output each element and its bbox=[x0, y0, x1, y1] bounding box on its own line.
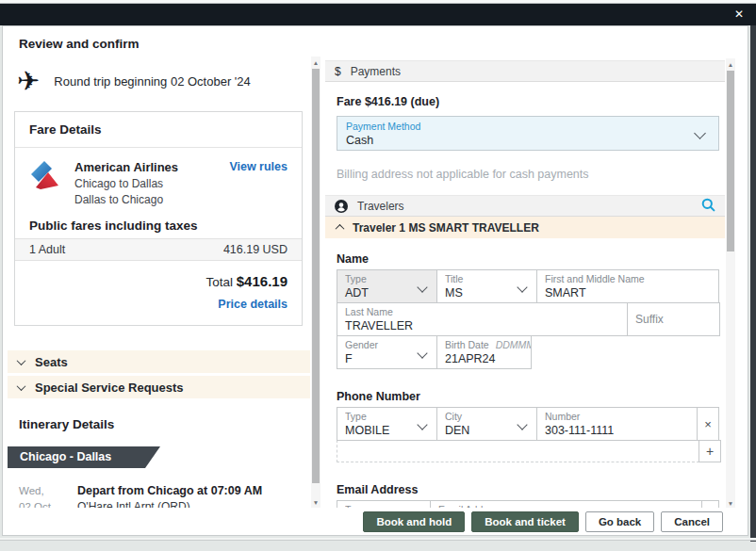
airline-info: American Airlines Chicago to Dallas Dall… bbox=[74, 160, 218, 206]
birth-date-format-hint: DDMMM... bbox=[496, 339, 531, 350]
dialog-body: Review and confirm ✈ Round trip beginnin… bbox=[2, 25, 748, 536]
dialog-footer: Book and hold Book and ticket Go back Ca… bbox=[3, 508, 748, 535]
person-icon bbox=[335, 200, 348, 213]
view-rules-link[interactable]: View rules bbox=[229, 160, 288, 173]
route-return: Dallas to Chicago bbox=[74, 193, 218, 206]
fare-due-text: Fare $416.19 (due) bbox=[337, 95, 725, 108]
phone-row: Type MOBILE City DEN Number 303-111-1111… bbox=[337, 407, 725, 441]
ssr-section-label: Special Service Requests bbox=[35, 381, 184, 395]
gender-select[interactable]: Gender F bbox=[337, 335, 437, 369]
payments-section-header: $ Payments bbox=[325, 60, 725, 82]
travelers-section-header: Travelers bbox=[325, 195, 725, 217]
phone-number-field[interactable]: Number 303-111-1111 bbox=[536, 407, 698, 441]
airline-name: American Airlines bbox=[74, 160, 218, 174]
chevron-down-icon bbox=[17, 356, 26, 365]
airline-row: American Airlines Chicago to Dallas Dall… bbox=[15, 148, 302, 206]
chevron-down-icon bbox=[17, 381, 26, 391]
add-phone-placeholder bbox=[337, 440, 699, 462]
airplane-icon: ✈ bbox=[17, 67, 40, 95]
go-back-button[interactable]: Go back bbox=[585, 511, 654, 532]
public-fares-heading: Public fares including taxes bbox=[29, 219, 288, 233]
payment-method-select[interactable]: Payment Method Cash bbox=[337, 116, 719, 151]
close-icon[interactable]: ✕ bbox=[734, 8, 744, 22]
leg-banner: Chicago - Dallas bbox=[8, 446, 160, 468]
segment-details: Depart from Chicago at 07:09 AM O'Hare I… bbox=[77, 483, 262, 509]
payments-header-label: Payments bbox=[351, 65, 401, 78]
itinerary-details-heading: Itinerary Details bbox=[19, 417, 310, 431]
book-and-ticket-button[interactable]: Book and ticket bbox=[471, 511, 579, 532]
dollar-icon: $ bbox=[335, 65, 341, 78]
scroll-down-icon[interactable]: ▼ bbox=[311, 497, 320, 508]
traveler-accordion-label: Traveler 1 MS SMART TRAVELLER bbox=[353, 221, 539, 235]
traveler-type-select[interactable]: Type ADT bbox=[337, 269, 437, 303]
fare-details-card: Fare Details bbox=[14, 111, 303, 326]
window-frame-right bbox=[750, 25, 756, 542]
dialog-titlebar: ✕ bbox=[0, 4, 756, 25]
phone-city-select[interactable]: City DEN bbox=[436, 407, 537, 441]
last-name-field[interactable]: Last Name TRAVELLER bbox=[337, 302, 628, 336]
chevron-up-icon bbox=[336, 224, 345, 234]
birth-date-field[interactable]: Birth DateDDMMM... 21APR24 bbox=[436, 335, 532, 369]
plus-icon: + bbox=[706, 444, 714, 459]
search-icon[interactable] bbox=[701, 198, 715, 215]
summary-pane: ✈ Round trip beginning 02 October '24 Fa… bbox=[8, 58, 310, 509]
billing-note: Billing address not applicable for cash … bbox=[337, 168, 725, 181]
right-pane-scrollbar[interactable]: ▲ ▼ bbox=[726, 58, 735, 510]
scrollbar-thumb[interactable] bbox=[312, 69, 320, 483]
fare-row-label: 1 Adult bbox=[29, 243, 65, 256]
total-row: Total $416.19 bbox=[15, 261, 302, 289]
total-label: Total bbox=[205, 275, 233, 289]
page-title: Review and confirm bbox=[19, 37, 140, 51]
scroll-up-icon[interactable]: ▲ bbox=[726, 59, 735, 70]
fare-row-amount: 416.19 USD bbox=[223, 243, 288, 256]
window-frame-bottom bbox=[0, 538, 756, 541]
scrollbar-thumb[interactable] bbox=[727, 71, 734, 251]
name-row-3: Gender F Birth DateDDMMM... 21APR24 bbox=[337, 335, 725, 369]
ssr-section-header[interactable]: Special Service Requests bbox=[8, 376, 310, 398]
name-row-2: Last Name TRAVELLER Suffix bbox=[337, 302, 725, 336]
add-phone-row: + bbox=[337, 440, 725, 462]
cancel-button[interactable]: Cancel bbox=[661, 511, 723, 532]
close-icon: × bbox=[704, 417, 712, 431]
seats-section-label: Seats bbox=[35, 355, 68, 369]
trip-summary-text: Round trip beginning 02 October '24 bbox=[54, 74, 250, 89]
add-phone-button[interactable]: + bbox=[698, 440, 721, 462]
payment-method-value: Cash bbox=[346, 134, 718, 147]
price-details-link[interactable]: Price details bbox=[15, 289, 302, 325]
phone-type-select[interactable]: Type MOBILE bbox=[337, 407, 437, 441]
payments-travelers-pane: $ Payments Fare $416.19 (due) Payment Me… bbox=[325, 58, 725, 510]
segment-date: Wed, 02 Oct bbox=[19, 483, 60, 509]
payment-method-label: Payment Method bbox=[346, 121, 718, 132]
traveler-accordion-header[interactable]: Traveler 1 MS SMART TRAVELLER bbox=[325, 217, 725, 238]
title-select[interactable]: Title MS bbox=[436, 269, 537, 303]
name-heading: Name bbox=[337, 252, 725, 266]
fare-details-title: Fare Details bbox=[15, 112, 302, 148]
segment-depart-title: Depart from Chicago at 07:09 AM bbox=[77, 483, 262, 499]
seats-section-header[interactable]: Seats bbox=[8, 350, 310, 373]
review-confirm-dialog: ✕ Review and confirm ✈ Round trip beginn… bbox=[0, 0, 756, 551]
american-airlines-logo-icon bbox=[29, 160, 63, 194]
book-and-hold-button[interactable]: Book and hold bbox=[363, 511, 465, 532]
route-outbound: Chicago to Dallas bbox=[74, 177, 218, 190]
scroll-up-icon[interactable]: ▲ bbox=[311, 57, 320, 68]
collapsible-sections: Seats Special Service Requests bbox=[8, 350, 310, 398]
name-row-1: Type ADT Title MS First and Middle Name … bbox=[337, 269, 725, 303]
suffix-field[interactable]: Suffix bbox=[627, 302, 720, 336]
phone-heading: Phone Number bbox=[337, 390, 725, 403]
left-pane-scrollbar[interactable]: ▲ ▼ bbox=[311, 57, 320, 509]
trip-summary-row: ✈ Round trip beginning 02 October '24 bbox=[17, 67, 310, 95]
remove-phone-button[interactable]: × bbox=[697, 407, 719, 441]
itinerary-segment-row: Wed, 02 Oct Depart from Chicago at 07:09… bbox=[19, 483, 310, 509]
first-middle-name-field[interactable]: First and Middle Name SMART bbox=[536, 269, 719, 303]
fare-row: 1 Adult 416.19 USD bbox=[15, 238, 302, 261]
email-heading: Email Address bbox=[337, 483, 725, 496]
total-amount: $416.19 bbox=[237, 273, 288, 289]
travelers-header-label: Travelers bbox=[357, 200, 404, 213]
